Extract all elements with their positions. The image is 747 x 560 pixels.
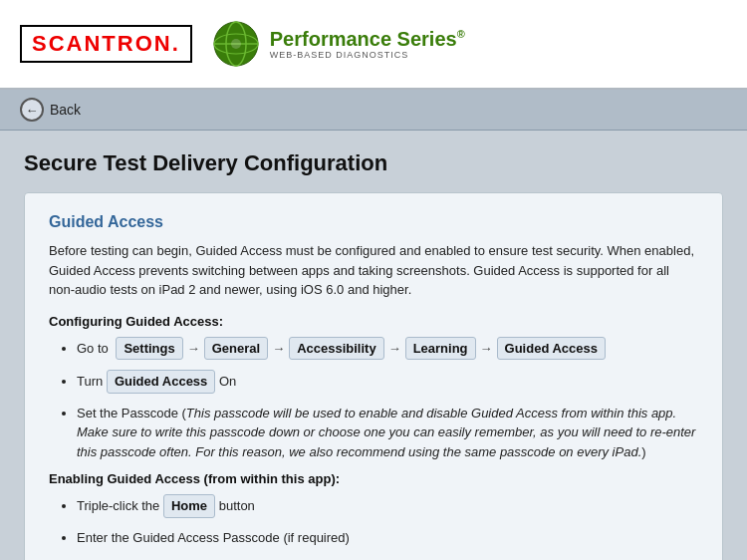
perf-title: Performance Series® [270, 28, 465, 50]
config-heading: Configuring Guided Access: [49, 314, 698, 329]
passcode-prefix: Set the Passcode ( [77, 406, 186, 420]
turn-item: Guided Access [107, 370, 215, 394]
triple-prefix: Triple-click the [77, 498, 159, 513]
scantron-logo: SCANTRON. [20, 25, 192, 63]
arrow-1: → [185, 339, 202, 359]
back-button[interactable]: ← Back [20, 98, 81, 122]
step-turn: Turn Guided Access On [77, 370, 698, 394]
arrow-4: → [478, 339, 495, 359]
arrow-2: → [270, 339, 287, 359]
steps-list: Go to Settings → General → Accessibility… [49, 337, 698, 462]
back-label: Back [50, 102, 81, 118]
enable-steps-list: Triple-click the Home button Enter the G… [49, 494, 698, 560]
content-box: Guided Access Before testing can begin, … [24, 192, 723, 560]
crumb-guided-access: Guided Access [497, 337, 606, 361]
step-passcode: Set the Passcode (This passcode will be … [77, 404, 698, 462]
header: SCANTRON. Performance Series® WEB-BASED … [0, 0, 747, 90]
crumb-accessibility: Accessibility [289, 337, 384, 361]
passcode-close: ) [641, 444, 645, 459]
arrow-3: → [386, 339, 403, 359]
perf-subtitle: WEB-BASED DIAGNOSTICS [270, 50, 465, 60]
enter-passcode-text: Enter the Guided Access Passcode (if req… [77, 530, 350, 545]
page-title: Secure Test Delivery Configuration [24, 150, 723, 176]
back-icon: ← [20, 98, 44, 122]
goto-label: Go to [77, 339, 109, 359]
globe-icon [212, 20, 260, 68]
step-goto: Go to Settings → General → Accessibility… [77, 337, 698, 361]
enable-step-2: Enter the Guided Access Passcode (if req… [77, 528, 698, 548]
main-content: Secure Test Delivery Configuration Guide… [0, 131, 747, 560]
section-title: Guided Access [49, 213, 698, 231]
intro-text: Before testing can begin, Guided Access … [49, 241, 698, 300]
turn-label: Turn [77, 374, 103, 389]
scantron-label: SCANTRON. [32, 31, 180, 56]
turn-value: On [219, 374, 236, 389]
perf-registered: ® [457, 28, 465, 40]
enable-step-1: Triple-click the Home button [77, 494, 698, 518]
home-button-label: Home [163, 494, 215, 518]
crumb-settings: Settings [116, 337, 182, 361]
enable-heading: Enabling Guided Access (from within this… [49, 471, 698, 486]
crumb-general: General [204, 337, 268, 361]
crumb-learning: Learning [405, 337, 476, 361]
breadcrumb-row: Go to Settings → General → Accessibility… [77, 337, 698, 361]
navbar: ← Back [0, 90, 747, 131]
perf-text-block: Performance Series® WEB-BASED DIAGNOSTIC… [270, 28, 465, 60]
perf-title-text: Performance Series [270, 28, 457, 50]
performance-series-logo: Performance Series® WEB-BASED DIAGNOSTIC… [212, 20, 465, 68]
svg-point-4 [231, 39, 241, 49]
triple-suffix: button [219, 498, 255, 513]
